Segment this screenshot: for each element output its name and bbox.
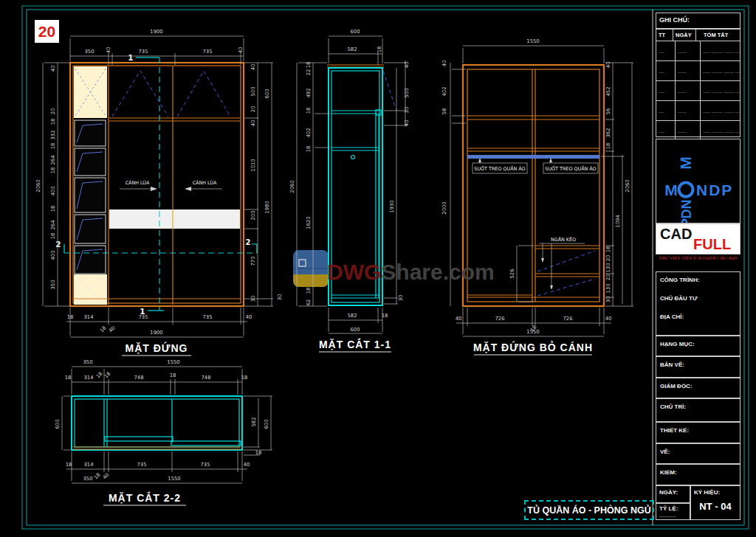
dim-label: 735: [203, 49, 213, 55]
dim-label: 20: [50, 108, 56, 115]
dim-label: 40: [404, 120, 410, 127]
dim-label: 1620: [306, 216, 312, 229]
dim-label: 735: [139, 314, 148, 320]
dim-label: 58: [441, 108, 447, 115]
dim-label: 40: [456, 316, 462, 322]
dim-label: 264: [50, 221, 56, 230]
notes-col-ngay: NGÀY: [673, 32, 692, 38]
dim-label: 600: [351, 327, 360, 333]
drawing-code: NT - 04: [691, 501, 740, 512]
dim-label: 362: [605, 128, 611, 138]
field-giam-doc: GIÁM ĐỐC:: [660, 383, 693, 389]
dim-label: 735: [137, 462, 147, 468]
dim-label: 735: [139, 49, 148, 55]
dim-label: 402: [441, 87, 447, 97]
dim-label: 18: [605, 143, 611, 150]
dim-label: 40: [244, 462, 250, 468]
dim-label: 18: [306, 146, 312, 153]
notes-row: .... ...... ..... ........ ....... .....…: [656, 60, 740, 80]
dim-label: 40: [404, 62, 410, 69]
dim-label: 452: [605, 87, 611, 97]
dim-label: 600: [264, 89, 270, 99]
dim-label: 350: [50, 280, 56, 290]
dim-label: 18: [66, 462, 72, 468]
dim-label: 18: [241, 375, 248, 381]
cadfull-logo: CAD FULL: [656, 224, 740, 254]
notes-cell: ....: [656, 121, 676, 140]
notes-cell: ..... ........ ....... ......: [701, 121, 740, 140]
dim-label: 402: [306, 128, 312, 138]
dim-label: 18: [99, 325, 108, 334]
dim-label: 526: [509, 269, 515, 279]
notes-cell: ......: [676, 41, 701, 60]
field-chu-dau-tu: CHỦ ĐẦU TƯ: [660, 295, 698, 302]
section22-linework: [72, 396, 242, 450]
field-ky-hieu: KÝ HIỆU:: [694, 489, 720, 496]
dim-label: 40: [250, 120, 256, 127]
dim-label: 18: [50, 233, 56, 240]
dim-label: 400: [50, 187, 56, 196]
dim-label: 1980: [264, 201, 270, 213]
full-text: FULL: [693, 236, 731, 253]
notes-col-tt: TT: [656, 32, 665, 38]
notes-row: .... ...... ..... ........ ....... .....…: [656, 41, 740, 60]
dim-label: 56: [605, 108, 611, 115]
notes-col-tomtat: TÓM TẮT: [696, 32, 728, 38]
field-ty-le-box: TỶ LỆ: ..........: [656, 503, 690, 520]
field-chu-tri: CHỦ TRÌ:: [660, 403, 686, 410]
dim-label: 20: [605, 255, 611, 262]
mondp-logo-icon: M NDP M N D P: [656, 139, 740, 223]
dim-label: 735: [203, 314, 213, 320]
svg-text:D: D: [679, 209, 694, 219]
dim-label: 1550: [167, 359, 179, 365]
dim-label: 1900: [150, 29, 162, 35]
watermark-share: Share.com: [381, 260, 494, 284]
dim-label: 40: [108, 325, 117, 334]
notes-row: .... ...... ..... ........ ....... .....…: [656, 80, 740, 100]
dim-label: 40: [605, 316, 612, 322]
section22-dimensions: [62, 367, 272, 483]
cad-sheet: CÁNH LÙA CÁNH LÙA 1 1 2 2: [0, 0, 756, 537]
dim-label: 200: [250, 211, 256, 221]
sliding-door-front: [171, 441, 241, 446]
dim-label: 726: [495, 316, 505, 322]
notes-cell: ....: [656, 61, 676, 80]
dim-label: 18: [170, 373, 176, 378]
field-thiet-ke: THIẾT KẾ:: [660, 427, 689, 434]
svg-text:M: M: [664, 181, 678, 198]
notes-cell: ......: [676, 81, 701, 100]
dim-label: 40: [250, 64, 256, 71]
field-ban-ve-box: BẢN VẼ:: [656, 356, 740, 378]
dim-label: 1094: [615, 215, 621, 227]
logo-tagline: THƯ VIỆN TIỆN ÍCH DÀNH CHO BẠN: [656, 255, 740, 264]
notes-cell: ..... ........ ....... ......: [701, 101, 740, 120]
dim-label: 18: [50, 119, 56, 125]
dim-label: 726: [563, 316, 573, 322]
dim-label: 130: [605, 263, 611, 273]
dim-label: 582: [348, 46, 357, 52]
dim-label: 18: [65, 375, 72, 381]
field-ve-box: VẼ:: [656, 443, 740, 464]
view-title: MẶT ĐỨNG BỎ CÁNH: [473, 341, 593, 353]
dim-label: 30: [250, 296, 256, 302]
dim-label: 500: [250, 87, 256, 97]
field-giam-doc-box: GIÁM ĐỐC:: [656, 378, 740, 398]
field-ve: VẼ:: [660, 448, 670, 455]
view-title: MẶT ĐỨNG: [126, 342, 188, 354]
dim-label: 600: [55, 420, 61, 429]
dim-label: 600: [351, 29, 360, 35]
drawer-label: NGĂN KÉO: [551, 236, 576, 243]
dim-label: 20: [605, 274, 611, 281]
field-chu-tri-box: CHỦ TRÌ:: [656, 398, 740, 422]
dim-label: 2060: [625, 179, 630, 192]
field-kiem-box: KIỂM:: [656, 464, 740, 485]
dim-label: 492: [306, 89, 312, 98]
view-title: MẶT CẮT 2-2: [109, 491, 181, 504]
dim-label: 18: [103, 371, 112, 380]
dim-label: 40: [605, 62, 611, 69]
dim-label: 130: [605, 284, 611, 294]
dim-label: 18: [605, 246, 611, 253]
dim-label: 18: [377, 46, 382, 53]
mondp-logo: M NDP M N D P: [656, 139, 740, 224]
dim-label: 1550: [168, 476, 180, 482]
